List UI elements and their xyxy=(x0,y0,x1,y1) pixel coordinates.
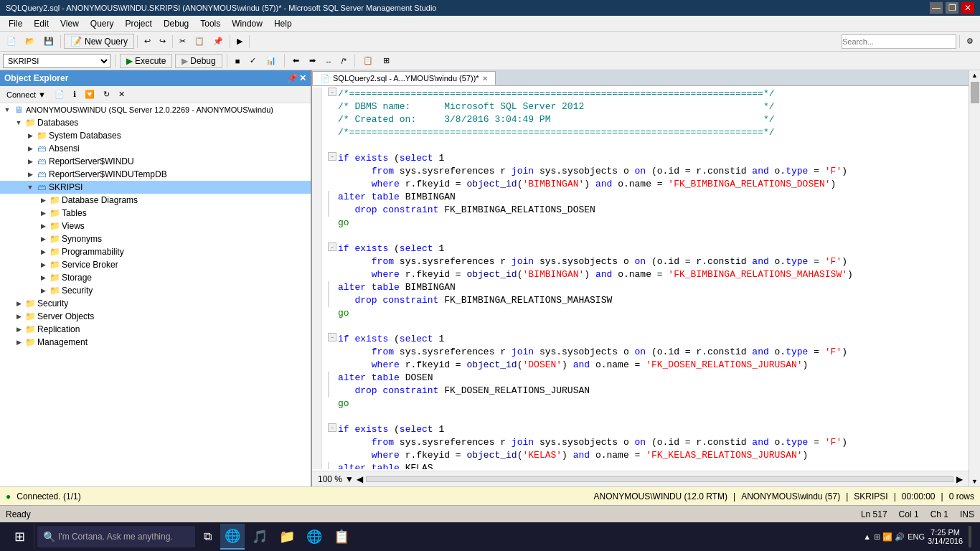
redo-btn[interactable]: ↪ xyxy=(156,34,169,50)
menu-query[interactable]: Query xyxy=(85,17,120,30)
management-expander[interactable]: ▶ xyxy=(13,336,24,348)
show-desktop-btn[interactable] xyxy=(969,526,971,547)
database-selector[interactable]: SKRIPSI xyxy=(3,54,110,68)
close-btn[interactable]: ✕ xyxy=(961,2,974,14)
outdent-btn[interactable]: ➡ xyxy=(306,53,319,69)
oe-delete-btn[interactable]: ✕ xyxy=(115,87,128,103)
fold-btn-1[interactable]: - xyxy=(328,88,336,96)
parse-btn[interactable]: ✓ xyxy=(246,53,260,69)
search-box[interactable] xyxy=(842,34,956,49)
taskbar-app-chrome[interactable]: 🌐 xyxy=(220,524,245,550)
taskbar-app-3[interactable]: 📁 xyxy=(275,524,299,550)
tree-tables[interactable]: ▶ 📁 Tables xyxy=(0,207,311,220)
oe-filter-btn[interactable]: 🔽 xyxy=(81,87,98,103)
taskbar-app-2[interactable]: 🎵 xyxy=(248,524,272,550)
right-scrollbar[interactable]: ▲ ▼ xyxy=(969,70,980,486)
skripsi-expander[interactable]: ▼ xyxy=(24,182,36,193)
synonyms-expander[interactable]: ▶ xyxy=(37,233,49,245)
fold-btn-2[interactable]: - xyxy=(328,152,336,161)
taskbar-app-5[interactable]: 📋 xyxy=(329,524,354,550)
task-view-btn[interactable]: ⧉ xyxy=(198,524,217,550)
fold-btn-3[interactable]: - xyxy=(328,242,336,251)
tree-absensi[interactable]: ▶ 🗃 Absensi xyxy=(0,142,311,155)
language-indicator[interactable]: ENG xyxy=(908,532,925,541)
execute-button[interactable]: ▶ Execute xyxy=(120,54,172,68)
databases-expander[interactable]: ▼ xyxy=(13,117,24,128)
taskbar-app-4[interactable]: 🌐 xyxy=(302,524,326,550)
views-expander[interactable]: ▶ xyxy=(37,220,49,232)
tab-close-btn[interactable]: ✕ xyxy=(482,75,488,83)
storage-expander[interactable]: ▶ xyxy=(37,272,49,283)
scroll-right-btn[interactable]: ▶ xyxy=(956,474,963,484)
tree-reportservertemp[interactable]: ▶ 🗃 ReportServer$WINDUTempDB xyxy=(0,168,311,181)
clock[interactable]: 7:25 PM 3/14/2016 xyxy=(928,528,963,545)
open-btn[interactable]: 📂 xyxy=(22,34,39,50)
tree-server[interactable]: ▼ 🖥 ANONYMOUS\WINDU (SQL Server 12.0.226… xyxy=(0,103,311,116)
tree-security[interactable]: ▶ 📁 Security xyxy=(0,297,311,310)
oe-tree[interactable]: ▼ 🖥 ANONYMOUS\WINDU (SQL Server 12.0.226… xyxy=(0,103,311,486)
fold-btn-4[interactable]: - xyxy=(328,333,336,342)
tree-skripsi[interactable]: ▼ 🗃 SKRIPSI xyxy=(0,181,311,194)
scroll-down-btn[interactable]: ▼ xyxy=(970,476,979,486)
grid-btn[interactable]: ⊞ xyxy=(380,53,393,69)
reportserver-expander[interactable]: ▶ xyxy=(24,156,36,167)
window-controls[interactable]: — ❐ ✕ xyxy=(930,2,974,14)
menu-project[interactable]: Project xyxy=(120,17,158,30)
tree-diagrams[interactable]: ▶ 📁 Database Diagrams xyxy=(0,194,311,207)
diagrams-expander[interactable]: ▶ xyxy=(37,194,49,206)
results-btn[interactable]: 📋 xyxy=(359,53,377,69)
extra-tools-btn[interactable]: ⚙ xyxy=(963,34,977,50)
tree-management[interactable]: ▶ 📁 Management xyxy=(0,336,311,349)
zoom-down-icon[interactable]: ▼ xyxy=(345,474,354,484)
menu-window[interactable]: Window xyxy=(226,17,268,30)
tree-storage[interactable]: ▶ 📁 Storage xyxy=(0,271,311,284)
system-dbs-expander[interactable]: ▶ xyxy=(24,130,36,141)
replication-expander[interactable]: ▶ xyxy=(13,324,24,335)
server-expander[interactable]: ▼ xyxy=(1,104,13,116)
oe-header-controls[interactable]: 📌 ✕ xyxy=(287,73,306,83)
tree-replication[interactable]: ▶ 📁 Replication xyxy=(0,323,311,336)
run-btn[interactable]: ▶ xyxy=(233,34,246,50)
absensi-expander[interactable]: ▶ xyxy=(24,143,36,154)
paste-btn[interactable]: 📌 xyxy=(209,34,227,50)
undo-btn[interactable]: ↩ xyxy=(141,34,154,50)
connect-btn[interactable]: Connect ▼ xyxy=(3,87,50,103)
code-editor[interactable]: - /*====================================… xyxy=(312,86,969,471)
start-button[interactable]: ⊞ xyxy=(6,524,34,550)
save-btn[interactable]: 💾 xyxy=(40,34,57,50)
menu-view[interactable]: View xyxy=(55,17,85,30)
menu-edit[interactable]: Edit xyxy=(28,17,55,30)
tree-synonyms[interactable]: ▶ 📁 Synonyms xyxy=(0,232,311,245)
reportservertemp-expander[interactable]: ▶ xyxy=(24,169,36,180)
menu-file[interactable]: File xyxy=(3,17,28,30)
code-content-area[interactable]: - /*====================================… xyxy=(322,88,969,469)
copy-btn[interactable]: 📋 xyxy=(191,34,208,50)
menu-tools[interactable]: Tools xyxy=(194,17,226,30)
menu-debug[interactable]: Debug xyxy=(158,17,194,30)
uncomment-btn[interactable]: /* xyxy=(338,53,350,69)
oe-new-btn[interactable]: 📄 xyxy=(51,87,68,103)
fold-btn-5[interactable]: - xyxy=(328,423,336,432)
cortana-search[interactable]: 🔍 I'm Cortana. Ask me anything. xyxy=(37,526,195,547)
comment-btn[interactable]: -- xyxy=(322,53,334,69)
tree-programmability[interactable]: ▶ 📁 Programmability xyxy=(0,245,311,258)
menu-help[interactable]: Help xyxy=(268,17,298,30)
new-file-btn[interactable]: 📄 xyxy=(3,34,20,50)
tree-servicebroker[interactable]: ▶ 📁 Service Broker xyxy=(0,258,311,271)
editor-tab-active[interactable]: 📄 SQLQuery2.sql - A...YMOUS\windu (57))*… xyxy=(312,71,496,85)
scroll-up-btn[interactable]: ▲ xyxy=(970,70,979,80)
new-query-button[interactable]: 📝 New Query xyxy=(64,34,134,49)
programmability-expander[interactable]: ▶ xyxy=(37,246,49,258)
tree-reportserver[interactable]: ▶ 🗃 ReportServer$WINDU xyxy=(0,155,311,168)
scroll-thumb[interactable] xyxy=(971,82,979,103)
tree-server-objects[interactable]: ▶ 📁 Server Objects xyxy=(0,310,311,323)
scroll-left-btn[interactable]: ◀ xyxy=(357,474,363,484)
tables-expander[interactable]: ▶ xyxy=(37,207,49,219)
cut-btn[interactable]: ✂ xyxy=(176,34,189,50)
oe-pin-btn[interactable]: 📌 xyxy=(287,73,298,83)
security-expander[interactable]: ▶ xyxy=(13,298,24,309)
tree-databases[interactable]: ▼ 📁 Databases xyxy=(0,116,311,129)
minimize-btn[interactable]: — xyxy=(930,2,943,14)
oe-refresh-btn[interactable]: ↻ xyxy=(100,87,113,103)
debug-button[interactable]: ▶ Debug xyxy=(175,54,222,68)
